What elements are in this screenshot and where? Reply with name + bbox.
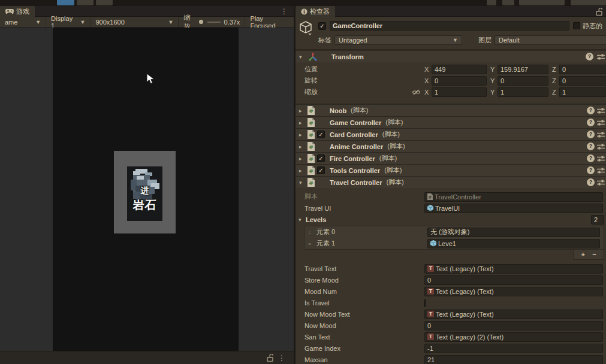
travel-ui-object-field[interactable]: TravelUI — [424, 204, 603, 213]
help-icon[interactable]: ? — [587, 178, 595, 186]
foldout-closed-icon[interactable]: ▸ — [299, 156, 305, 162]
component-header-anime-controller[interactable]: ▸#Anime Controller(脚本)? — [296, 140, 606, 152]
preset-icon[interactable] — [597, 131, 605, 138]
preset-icon[interactable] — [597, 167, 605, 174]
element-object-field[interactable]: Leve1 — [427, 239, 600, 248]
drag-handle-icon[interactable]: = — [308, 241, 316, 247]
levels-foldout[interactable]: ▾ Levels 2 — [296, 214, 606, 225]
help-icon[interactable]: ? — [587, 166, 595, 174]
component-header-fire-controller[interactable]: ▸#✓Fire Controller(脚本)? — [296, 152, 606, 164]
statusbar-kebab-icon[interactable]: ⋮ — [278, 354, 285, 362]
transform-x-field[interactable]: 1 — [432, 87, 487, 97]
link-icon[interactable] — [412, 89, 424, 95]
static-checkbox[interactable] — [573, 22, 580, 29]
play-button[interactable] — [57, 0, 74, 5]
transform-z-field[interactable]: 1 — [559, 87, 606, 97]
script-icon: # — [307, 154, 315, 163]
help-icon[interactable]: ? — [587, 154, 595, 162]
levels-size-field[interactable]: 2 — [591, 215, 604, 225]
drag-handle-icon[interactable]: = — [308, 229, 316, 235]
tab-inspector[interactable]: 检查器 — [296, 6, 335, 17]
component-header-travel-controller[interactable]: ▾#Travel Controller(脚本)? — [296, 176, 606, 188]
step-button[interactable] — [96, 0, 113, 5]
foldout-closed-icon[interactable]: ▸ — [299, 132, 305, 138]
layer-label: 图层 — [478, 36, 492, 45]
property-value-field[interactable]: -1 — [424, 344, 603, 353]
property-object-field[interactable]: TText (Legacy) (Text) — [424, 310, 603, 319]
script-icon: # — [307, 178, 315, 187]
preset-icon[interactable] — [597, 107, 605, 114]
property-object-field[interactable]: TText (Legacy) (Text) — [424, 287, 603, 296]
component-enabled-checkbox[interactable]: ✓ — [317, 154, 325, 162]
game-tab-kebab-icon[interactable]: ⋮ — [281, 8, 288, 15]
inspector-unlocked-icon[interactable] — [596, 8, 602, 16]
list-item[interactable]: =元素 1Leve1 — [304, 238, 604, 249]
property-object-field[interactable]: TText (Legacy) (Text) — [424, 264, 603, 274]
property-value-field[interactable]: 0 — [424, 321, 603, 330]
help-icon[interactable]: ? — [587, 107, 595, 114]
property-value-field[interactable]: 0 — [424, 275, 603, 285]
game-card[interactable]: 进 岩石 — [114, 151, 176, 233]
help-icon[interactable]: ? — [587, 119, 595, 126]
tag-dropdown[interactable]: Untagged ▼ — [334, 35, 462, 45]
unlocked-icon[interactable] — [267, 354, 273, 362]
tab-game[interactable]: 游戏 — [0, 6, 35, 17]
foldout-closed-icon[interactable]: ▸ — [299, 168, 305, 174]
add-element-button[interactable]: + — [581, 251, 584, 258]
foldout-closed-icon[interactable]: ▸ — [299, 144, 305, 150]
layer-dropdown[interactable]: Default — [495, 35, 606, 45]
preset-icon[interactable] — [597, 143, 605, 150]
help-icon[interactable]: ? — [587, 142, 595, 150]
resolution-dropdown[interactable]: 900x1600 ▼ — [91, 17, 178, 27]
preset-icon[interactable] — [597, 155, 605, 162]
component-enabled-checkbox[interactable]: ✓ — [317, 131, 325, 138]
pause-button[interactable] — [77, 0, 94, 5]
component-enabled-checkbox[interactable]: ✓ — [317, 166, 325, 174]
transform-row-缩放: 缩放X1Y1Z1 — [296, 86, 606, 98]
zoom-slider[interactable]: 缩放 0.37x — [179, 17, 245, 27]
gameobject-name-field[interactable]: GameController — [330, 21, 569, 31]
component-header-noob[interactable]: ▸#Noob(脚本)? — [296, 104, 606, 116]
play-focused-dropdown[interactable]: Play Focused — [245, 17, 294, 27]
transform-y-field[interactable]: 0 — [498, 76, 548, 86]
toolbar-fragment-icon[interactable] — [502, 0, 514, 5]
help-icon[interactable]: ? — [586, 53, 593, 60]
list-item[interactable]: =元素 0无 (游戏对象) — [304, 226, 604, 238]
preset-icon[interactable] — [597, 53, 605, 60]
inspector-tab-label: 检查器 — [310, 7, 330, 16]
component-header-tools-controller[interactable]: ▸#✓Tools Controller(脚本)? — [296, 164, 606, 176]
property-value-field[interactable]: 21 — [424, 355, 603, 364]
component-script-suffix: (脚本) — [385, 118, 403, 127]
transform-z-field[interactable]: 0 — [559, 76, 606, 86]
transform-x-field[interactable]: 449 — [432, 65, 487, 74]
component-header-game-controller[interactable]: ▸#Game Controller(脚本)? — [296, 116, 606, 128]
game-render-canvas[interactable]: 进 岩石 — [53, 28, 239, 351]
zoom-slider-handle[interactable] — [199, 20, 203, 24]
toolbar-fragment-button[interactable] — [519, 0, 565, 5]
gameobject-active-checkbox[interactable]: ✓ — [318, 22, 326, 30]
preset-icon[interactable] — [597, 119, 605, 126]
transform-header[interactable]: ▾ Transform ? — [296, 50, 606, 62]
transform-z-field[interactable]: 0 — [559, 65, 606, 74]
transform-y-field[interactable]: 159.9167 — [498, 65, 548, 74]
foldout-open-icon[interactable]: ▾ — [299, 54, 305, 60]
preset-icon[interactable] — [597, 179, 605, 186]
transform-x-field[interactable]: 0 — [432, 76, 487, 86]
script-object-field[interactable]: # TravelController — [424, 192, 603, 202]
game-mode-dropdown[interactable]: ame ▼ — [0, 17, 46, 27]
property-object-field[interactable]: TText (Legacy) (2) (Text) — [424, 332, 603, 342]
foldout-closed-icon[interactable]: ▸ — [299, 108, 305, 114]
foldout-open-icon[interactable]: ▾ — [299, 180, 305, 186]
toolbar-fragment-icon[interactable] — [487, 0, 496, 5]
help-icon[interactable]: ? — [587, 131, 595, 138]
property-row-is-travel: Is Travel — [296, 297, 606, 308]
element-object-field[interactable]: 无 (游戏对象) — [427, 228, 600, 237]
remove-element-button[interactable]: − — [592, 251, 596, 258]
toolbar-fragment-button[interactable] — [571, 0, 606, 5]
foldout-closed-icon[interactable]: ▸ — [299, 120, 305, 126]
gameobject-cube-icon[interactable] — [299, 20, 314, 37]
component-header-card-controller[interactable]: ▸#✓Card Controller(脚本)? — [296, 128, 606, 140]
transform-y-field[interactable]: 1 — [498, 87, 548, 97]
display-dropdown[interactable]: Display 1 ▼ — [46, 17, 90, 27]
property-checkbox[interactable] — [424, 299, 426, 307]
